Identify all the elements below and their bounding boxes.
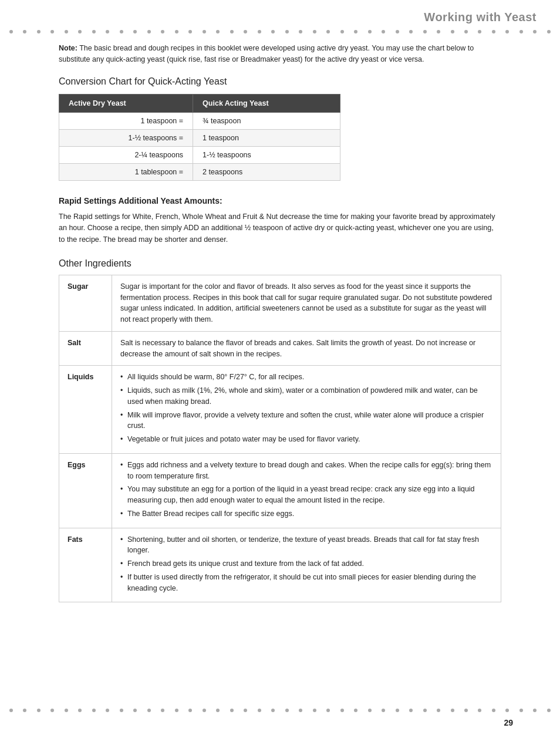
dot bbox=[230, 709, 234, 712]
bullet-item: The Batter Bread recipes call for specif… bbox=[120, 508, 492, 520]
dot bbox=[547, 709, 551, 712]
list-item: LiquidsAll liquids should be warm, 80° F… bbox=[59, 366, 501, 454]
col-header-active: Active Dry Yeast bbox=[59, 94, 193, 112]
bullet-item: You may substitute an egg for a portion … bbox=[120, 484, 492, 506]
dot bbox=[505, 709, 509, 712]
dot bbox=[368, 30, 372, 33]
active-yeast-value: 2-¼ teaspoons bbox=[59, 146, 193, 163]
ingredient-description: All liquids should be warm, 80° F/27° C,… bbox=[112, 366, 501, 454]
dot bbox=[188, 709, 192, 712]
dot bbox=[133, 709, 137, 712]
dot bbox=[368, 709, 372, 712]
dot bbox=[161, 709, 164, 712]
note-paragraph: Note: The basic bread and dough recipes … bbox=[59, 43, 501, 66]
list-item: FatsShortening, butter and oil shorten, … bbox=[59, 528, 501, 602]
table-row: 2-¼ teaspoons1-½ teaspoons bbox=[59, 146, 340, 163]
dot bbox=[326, 30, 330, 33]
ingredient-bullets: Shortening, butter and oil shorten, or t… bbox=[120, 534, 492, 594]
dot bbox=[161, 30, 164, 33]
dot bbox=[65, 709, 68, 712]
dot bbox=[533, 709, 537, 712]
dot bbox=[285, 709, 289, 712]
bullet-item: Vegetable or fruit juices and potato wat… bbox=[120, 434, 492, 445]
dot bbox=[230, 30, 234, 33]
dot bbox=[451, 30, 454, 33]
dot bbox=[478, 709, 481, 712]
bullet-item: Liquids, such as milk (1%, 2%, whole and… bbox=[120, 385, 492, 407]
dot bbox=[92, 709, 96, 712]
dot bbox=[505, 30, 509, 33]
dot bbox=[313, 30, 316, 33]
active-yeast-value: 1 teaspoon = bbox=[59, 112, 193, 129]
dot bbox=[533, 30, 537, 33]
content-area: Note: The basic bread and dough recipes … bbox=[0, 37, 560, 620]
ingredient-name: Eggs bbox=[59, 453, 112, 528]
dot bbox=[354, 30, 357, 33]
dot bbox=[244, 709, 247, 712]
ingredient-name: Fats bbox=[59, 528, 112, 602]
other-ingredients-title: Other Ingredients bbox=[59, 258, 501, 269]
dot bbox=[409, 30, 413, 33]
dot bbox=[340, 709, 344, 712]
dot bbox=[519, 30, 523, 33]
list-item: SaltSalt is necessary to balance the fla… bbox=[59, 331, 501, 366]
bullet-item: All liquids should be warm, 80° F/27° C,… bbox=[120, 372, 492, 383]
table-row: 1-½ teaspoons =1 teaspoon bbox=[59, 129, 340, 146]
dot bbox=[409, 709, 413, 712]
dot bbox=[120, 709, 123, 712]
list-item: SugarSugar is important for the color an… bbox=[59, 275, 501, 331]
bottom-dots-row bbox=[0, 705, 560, 716]
quick-yeast-value: 2 teaspoons bbox=[193, 163, 340, 180]
dot bbox=[437, 30, 440, 33]
dot bbox=[354, 709, 357, 712]
dot bbox=[299, 709, 302, 712]
dot bbox=[258, 709, 261, 712]
dot bbox=[37, 709, 41, 712]
active-yeast-value: 1-½ teaspoons = bbox=[59, 129, 193, 146]
ingredient-bullets: Eggs add richness and a velvety texture … bbox=[120, 460, 492, 520]
rapid-settings-title: Rapid Settings Additional Yeast Amounts: bbox=[59, 196, 501, 205]
conversion-table: Active Dry Yeast Quick Acting Yeast 1 te… bbox=[59, 94, 340, 181]
quick-yeast-value: 1-½ teaspoons bbox=[193, 146, 340, 163]
dot bbox=[492, 709, 495, 712]
dot bbox=[120, 30, 123, 33]
dot bbox=[216, 709, 220, 712]
dot bbox=[23, 709, 26, 712]
col-header-quick: Quick Acting Yeast bbox=[193, 94, 340, 112]
dot bbox=[65, 30, 68, 33]
table-row: 1 teaspoon =¾ teaspoon bbox=[59, 112, 340, 129]
dot bbox=[382, 30, 385, 33]
dot bbox=[313, 709, 316, 712]
bullet-item: If butter is used directly from the refr… bbox=[120, 572, 492, 594]
dot bbox=[37, 30, 41, 33]
dot bbox=[9, 30, 13, 33]
dot bbox=[92, 30, 96, 33]
bottom-section: 29 bbox=[0, 705, 560, 727]
dot bbox=[340, 30, 344, 33]
dot bbox=[106, 709, 109, 712]
dot bbox=[519, 709, 523, 712]
dot bbox=[464, 709, 468, 712]
ingredients-table: SugarSugar is important for the color an… bbox=[59, 275, 501, 603]
dot bbox=[50, 30, 54, 33]
list-item: EggsEggs add richness and a velvety text… bbox=[59, 453, 501, 528]
dot bbox=[203, 30, 206, 33]
dot bbox=[492, 30, 495, 33]
ingredient-description: Salt is necessary to balance the flavor … bbox=[112, 331, 501, 366]
dot bbox=[9, 709, 13, 712]
dot bbox=[188, 30, 192, 33]
page-title: Working with Yeast bbox=[280, 11, 537, 24]
bullet-item: Shortening, butter and oil shorten, or t… bbox=[120, 534, 492, 557]
dot bbox=[133, 30, 137, 33]
dot bbox=[464, 30, 468, 33]
active-yeast-value: 1 tablespoon = bbox=[59, 163, 193, 180]
ingredient-description: Eggs add richness and a velvety texture … bbox=[112, 453, 501, 528]
dot bbox=[451, 709, 454, 712]
dot bbox=[175, 709, 178, 712]
dot bbox=[396, 709, 399, 712]
dot bbox=[423, 709, 427, 712]
quick-yeast-value: 1 teaspoon bbox=[193, 129, 340, 146]
dot bbox=[547, 30, 551, 33]
bullet-item: Milk will improve flavor, provide a velv… bbox=[120, 410, 492, 432]
quick-yeast-value: ¾ teaspoon bbox=[193, 112, 340, 129]
